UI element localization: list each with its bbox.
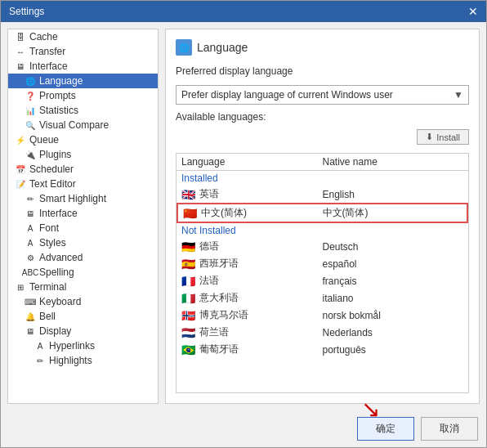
sidebar-icon-interface2: 🖥 (25, 208, 36, 219)
dropdown-value: Prefer display language of current Windo… (181, 89, 393, 101)
available-label: Available languages: (176, 111, 469, 123)
sidebar-label-cache: Cache (29, 31, 58, 43)
title-bar: Settings ✕ (1, 1, 486, 22)
section-title: Language (197, 41, 248, 54)
lang-row-portuguese[interactable]: 🇧🇷 葡萄牙语 português (176, 341, 468, 358)
sidebar-icon-bell: 🔔 (25, 311, 36, 322)
sidebar-icon-scheduler: 📅 (15, 164, 26, 175)
install-label: Install (436, 132, 460, 142)
sidebar-item-scheduler[interactable]: 📅Scheduler (8, 162, 158, 177)
sidebar-icon-visual-compare: 🔍 (25, 119, 36, 131)
lang-cell-chinese: 🇨🇳 中文(简体) (183, 206, 323, 220)
install-icon: ⬇ (426, 132, 433, 142)
lang-row-dutch[interactable]: 🇳🇱 荷兰语 Nederlands (176, 324, 468, 341)
sidebar-item-highlights[interactable]: ✏Highlights (8, 353, 158, 368)
sidebar-item-cache[interactable]: 🗄Cache (8, 29, 158, 44)
close-button[interactable]: ✕ (468, 6, 478, 17)
install-button[interactable]: ⬇ Install (417, 129, 469, 145)
sidebar-icon-highlights: ✏ (34, 355, 46, 366)
sidebar-icon-transfer: ↔ (15, 46, 26, 57)
sidebar-item-spelling[interactable]: ABCSpelling (8, 265, 158, 280)
preferred-label: Preferred display language (176, 65, 469, 77)
sidebar-label-advanced: Advanced (39, 252, 83, 263)
lang-cell-dutch: 🇳🇱 荷兰语 (181, 325, 323, 339)
flag-portuguese: 🇧🇷 (181, 345, 196, 355)
sidebar-label-interface2: Interface (39, 208, 78, 219)
language-dropdown[interactable]: Prefer display language of current Windo… (176, 85, 469, 105)
sidebar-item-transfer[interactable]: ↔Transfer (8, 44, 158, 59)
sidebar-item-text-editor[interactable]: 📝Text Editor (8, 177, 158, 191)
sidebar-label-styles: Styles (39, 237, 66, 249)
table-header: Language Native name (176, 154, 468, 171)
cancel-button[interactable]: 取消 (421, 417, 478, 441)
lang-native-norwegian: norsk bokmål (323, 310, 464, 321)
lang-native-german: Deutsch (323, 241, 464, 253)
sidebar-label-smart-highlight: Smart Highlight (39, 193, 106, 204)
sidebar-item-visual-compare[interactable]: 🔍Visual Compare (8, 118, 158, 132)
lang-name-english: 英语 (199, 187, 219, 201)
lang-native-spanish: español (323, 258, 464, 270)
flag-german: 🇩🇪 (181, 242, 196, 252)
lang-name-spanish: 西班牙语 (199, 257, 239, 271)
lang-native-english: English (323, 189, 464, 200)
sidebar-icon-display: 🖥 (25, 325, 36, 337)
sidebar-item-queue[interactable]: ⚡Queue (8, 132, 158, 147)
sidebar-item-terminal[interactable]: ⊞Terminal (8, 280, 158, 294)
sidebar-label-spelling: Spelling (39, 267, 74, 278)
lang-row-chinese[interactable]: 🇨🇳 中文(简体) 中文(简体) (176, 203, 468, 223)
sidebar-item-hyperlinks[interactable]: AHyperlinks (8, 338, 158, 353)
lang-row-french[interactable]: 🇫🇷 法语 français (176, 272, 468, 289)
flag-chinese: 🇨🇳 (183, 208, 198, 218)
lang-name-chinese: 中文(简体) (201, 206, 247, 220)
sidebar-item-prompts[interactable]: ❓Prompts (8, 88, 158, 103)
sidebar-item-display[interactable]: 🖥Display (8, 324, 158, 338)
sidebar-icon-interface: 🖥 (15, 60, 26, 72)
group-not-installed: Not Installed (176, 223, 468, 238)
sidebar-label-interface: Interface (29, 60, 68, 72)
sidebar-item-smart-highlight[interactable]: ✏Smart Highlight (8, 191, 158, 206)
sidebar-item-keyboard[interactable]: ⌨Keyboard (8, 294, 158, 309)
lang-native-portuguese: português (323, 344, 464, 356)
lang-cell-english: 🇬🇧 英语 (181, 187, 323, 201)
group-installed: Installed (176, 171, 468, 186)
lang-name-french: 法语 (199, 274, 219, 288)
lang-name-portuguese: 葡萄牙语 (199, 343, 239, 356)
window-title: Settings (9, 6, 44, 17)
lang-cell-portuguese: 🇧🇷 葡萄牙语 (181, 343, 323, 356)
lang-name-dutch: 荷兰语 (199, 325, 229, 339)
lang-row-italian[interactable]: 🇮🇹 意大利语 italiano (176, 289, 468, 307)
lang-row-norwegian[interactable]: 🇳🇴 博克马尔语 norsk bokmål (176, 307, 468, 324)
sidebar-item-styles[interactable]: AStyles (8, 235, 158, 250)
lang-row-english[interactable]: 🇬🇧 英语 English (176, 186, 468, 203)
sidebar-label-scheduler: Scheduler (29, 164, 74, 175)
lang-row-german[interactable]: 🇩🇪 德语 Deutsch (176, 238, 468, 255)
sidebar-icon-statistics: 📊 (25, 105, 36, 116)
sidebar-label-language: Language (39, 75, 83, 87)
sidebar-icon-font: A (25, 222, 36, 234)
sidebar-label-statistics: Statistics (39, 105, 78, 116)
sidebar-item-language[interactable]: 🌐Language (8, 74, 158, 88)
flag-italian: 🇮🇹 (181, 293, 196, 303)
lang-cell-norwegian: 🇳🇴 博克马尔语 (181, 308, 323, 322)
sidebar-icon-terminal: ⊞ (15, 281, 26, 293)
sidebar-item-plugins[interactable]: 🔌Plugins (8, 147, 158, 162)
flag-spanish: 🇪🇸 (181, 259, 196, 269)
flag-dutch: 🇳🇱 (181, 328, 196, 338)
sidebar-icon-spelling: ABC (25, 267, 36, 278)
lang-cell-french: 🇫🇷 法语 (181, 274, 323, 288)
flag-english: 🇬🇧 (181, 190, 196, 199)
sidebar-item-statistics[interactable]: 📊Statistics (8, 103, 158, 118)
lang-native-chinese: 中文(简体) (323, 206, 462, 220)
sidebar-item-interface[interactable]: 🖥Interface (8, 59, 158, 74)
sidebar-item-interface2[interactable]: 🖥Interface (8, 206, 158, 221)
sidebar-label-visual-compare: Visual Compare (39, 119, 109, 131)
sidebar-item-font[interactable]: AFont (8, 221, 158, 235)
sidebar-label-plugins: Plugins (39, 149, 71, 160)
sidebar-icon-prompts: ❓ (25, 90, 36, 101)
sidebar-item-advanced[interactable]: ⚙Advanced (8, 250, 158, 265)
sidebar-item-bell[interactable]: 🔔Bell (8, 309, 158, 324)
col-native: Native name (323, 156, 464, 168)
sidebar-label-queue: Queue (29, 134, 59, 146)
sidebar-label-display: Display (39, 325, 71, 337)
lang-row-spanish[interactable]: 🇪🇸 西班牙语 español (176, 255, 468, 272)
